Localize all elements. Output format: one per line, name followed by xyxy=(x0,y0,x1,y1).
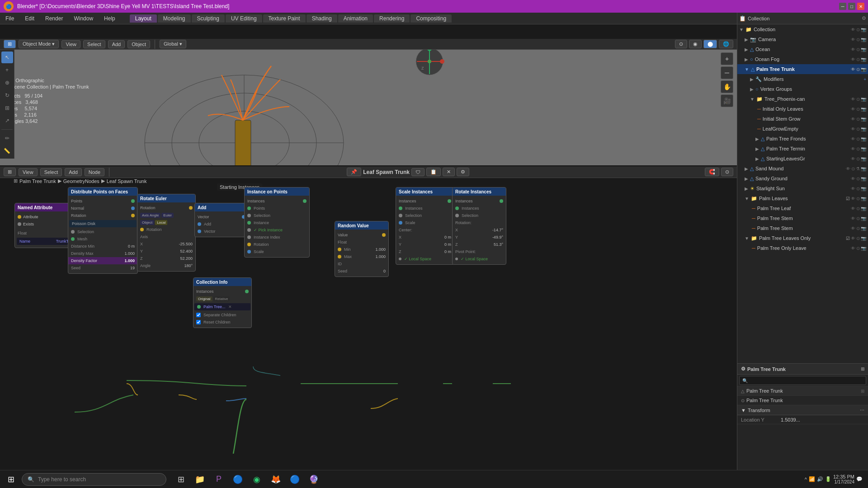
node-rotate-euler[interactable]: Rotate Euler Rotation Axis Angle Euler O… xyxy=(137,194,196,272)
outliner-item-starting-leaves[interactable]: ▶ △ StartingLeavesGr 👁 ⊙ 📷 xyxy=(737,154,868,164)
taskbar-icon-premiere[interactable]: P xyxy=(210,472,228,487)
node-ci-separate-checkbox[interactable] xyxy=(196,313,201,317)
properties-collapse-icon[interactable]: ⊞ xyxy=(861,366,864,371)
menu-edit[interactable]: Edit xyxy=(19,13,40,24)
outliner-item-palm-tree-stem-1[interactable]: ─ Palm Tree Stem 👁 ⊙ 📷 xyxy=(737,213,868,223)
tool-select[interactable]: ↖ xyxy=(1,52,13,63)
menu-file[interactable]: File xyxy=(0,13,19,24)
outliner-item-initial-stem-grow[interactable]: ─ Initial Stem Grow 👁 ⊙ 📷 xyxy=(737,114,868,124)
properties-search-input[interactable] xyxy=(750,378,863,383)
tray-clock[interactable]: 12:35 PM 1/17/2024 xyxy=(833,474,854,484)
node-close-btn[interactable]: ✕ xyxy=(443,168,455,176)
tab-sculpting[interactable]: Sculpting xyxy=(192,14,225,23)
menu-help[interactable]: Help xyxy=(99,13,121,24)
outliner-item-camera[interactable]: ▶ 📷 Camera 👁 ⊙ 📷 xyxy=(737,34,868,44)
node-tree-pin[interactable]: 📌 xyxy=(347,168,361,176)
tab-rendering[interactable]: Rendering xyxy=(374,14,410,23)
taskbar-icon-folder[interactable]: 📁 xyxy=(191,472,209,487)
outliner-item-vertex-groups[interactable]: ▶ ○ Vertex Groups xyxy=(737,84,868,94)
tab-shading[interactable]: Shading xyxy=(307,14,337,23)
global-dropdown[interactable]: Global ▾ xyxy=(160,40,186,48)
viewport-shading-solid[interactable]: ◉ xyxy=(689,40,702,48)
tool-measure[interactable]: 📏 xyxy=(1,145,13,157)
taskbar-icon-app8[interactable]: 🔮 xyxy=(305,472,323,487)
node-ci-collection[interactable]: Palm Tree... ✕ xyxy=(194,303,250,310)
zoom-out-button[interactable]: ─ xyxy=(721,66,733,79)
taskbar-icon-blender-2[interactable]: 🔵 xyxy=(286,472,304,487)
location-y-value[interactable]: 1.5039... xyxy=(781,417,800,422)
close-button[interactable]: ✕ xyxy=(857,3,864,10)
transform-options[interactable]: ⋯ xyxy=(860,408,864,413)
camera-button[interactable]: 🎥 xyxy=(721,94,733,107)
outliner-item-palm-tree-trunk[interactable]: ▼ △ Palm Tree Trunk 👁 ⊙ 📷 xyxy=(737,64,868,74)
filter-icon[interactable]: ⚙ xyxy=(862,15,866,21)
object-menu[interactable]: Object xyxy=(127,40,150,48)
node-editor-icon[interactable]: ⊞ xyxy=(4,168,16,176)
node-instance-on-points[interactable]: Instance on Points Instances Points Sele… xyxy=(244,187,310,258)
pan-button[interactable]: ✋ xyxy=(721,80,733,93)
node-select-menu[interactable]: Select xyxy=(40,168,62,176)
outliner-item-collection[interactable]: ▼ 📁 Collection 👁 ⊙ 📷 xyxy=(737,24,868,34)
node-rotate-instances[interactable]: Rotate Instances Instances Instances Sel… xyxy=(452,187,506,265)
outliner-item-sandy-ground[interactable]: ▶ △ Sandy Ground 👁 ⊙ 📷 xyxy=(737,174,868,183)
outliner-item-initial-only-leaves[interactable]: ─ Initial Only Leaves 👁 ⊙ 📷 xyxy=(737,104,868,114)
outliner-item-starlight-sun[interactable]: ▶ ☀ Starlight Sun 👁 ⊙ 📷 xyxy=(737,183,868,193)
node-shield-icon[interactable]: 🛡 xyxy=(411,168,425,176)
breadcrumb-item-1[interactable]: Palm Tree Trunk xyxy=(19,178,56,184)
start-button[interactable]: ⊞ xyxy=(2,472,20,487)
node-dp-density-factor[interactable]: Density Factor 1.000 xyxy=(68,257,137,264)
node-collection-info[interactable]: Collection Info Instances Original Relat… xyxy=(193,277,252,328)
tray-notification[interactable]: 💬 xyxy=(856,476,863,482)
tool-rotate[interactable]: ↻ xyxy=(1,89,13,101)
minimize-button[interactable]: ─ xyxy=(839,3,846,10)
node-canvas[interactable]: Starting Instances Named Attribute Attri… xyxy=(0,178,737,454)
node-settings-btn[interactable]: ⚙ xyxy=(457,168,469,176)
outliner-item-tree-phoenix[interactable]: ▼ 📁 Tree_Phoenix-can 👁 ⊙ 📷 xyxy=(737,94,868,104)
tool-annotate[interactable]: ✏ xyxy=(1,132,13,144)
node-node-menu[interactable]: Node xyxy=(85,168,104,176)
tab-texture-paint[interactable]: Texture Paint xyxy=(263,14,306,23)
viewport-shading-wire[interactable]: ⊙ xyxy=(675,40,687,48)
tab-modeling[interactable]: Modeling xyxy=(158,14,191,23)
tool-scale[interactable]: ⊞ xyxy=(1,102,13,114)
outliner-item-sand-mound[interactable]: ▶ △ Sand Mound 👁 ⊙ ⚗ 📷 xyxy=(737,164,868,174)
outliner-item-palm-tree-leaf[interactable]: ─ Palm Tree Leaf 👁 ⊙ 📷 xyxy=(737,203,868,213)
zoom-in-button[interactable]: + xyxy=(721,52,733,65)
outliner-item-palm-tree-stem-2[interactable]: ─ Palm Tree Stem 👁 ⊙ 📷 xyxy=(737,223,868,233)
view-menu[interactable]: View xyxy=(61,40,80,48)
viewport-shading-material[interactable]: ⬤ xyxy=(703,40,717,48)
outliner-item-palm-only-leave[interactable]: ─ Palm Tree Only Leave 👁 ⊙ 📷 xyxy=(737,243,868,253)
add-menu[interactable]: Add xyxy=(108,40,125,48)
taskbar-icon-unknown[interactable]: ◉ xyxy=(248,472,266,487)
select-menu[interactable]: Select xyxy=(83,40,105,48)
viewport-shading-render[interactable]: 🌐 xyxy=(719,40,733,48)
transform-section-header[interactable]: ▼ Transform ⋯ xyxy=(737,405,868,415)
outliner-item-modifiers[interactable]: ▶ 🔧 Modifiers + xyxy=(737,74,868,84)
taskbar-icon-explorer-apps[interactable]: ⊞ xyxy=(172,472,190,487)
node-random-value[interactable]: Random Value Value Float Min 1.000 Max 1… xyxy=(335,221,389,277)
maximize-button[interactable]: □ xyxy=(848,3,855,10)
tool-move[interactable]: ⊕ xyxy=(1,77,13,89)
node-add[interactable]: Add Vector Add Vector xyxy=(194,203,249,237)
node-overlay-btn[interactable]: ⊙ xyxy=(721,168,733,176)
taskbar-icon-blender-1[interactable]: 🔵 xyxy=(229,472,247,487)
menu-render[interactable]: Render xyxy=(40,13,68,24)
node-add-menu[interactable]: Add xyxy=(65,168,82,176)
outliner-item-leaf-grow-empty[interactable]: ─ LeafGrowEmpty 👁 ⊙ 📷 xyxy=(737,124,868,134)
tab-uv-editing[interactable]: UV Editing xyxy=(226,14,262,23)
node-copy-icon[interactable]: 📋 xyxy=(426,168,441,176)
node-snap-btn[interactable]: 🧲 xyxy=(705,168,719,176)
node-ci-reset-checkbox[interactable] xyxy=(196,320,201,324)
taskbar-icon-firefox[interactable]: 🦊 xyxy=(267,472,285,487)
outliner-item-palm-leaves-only[interactable]: ▼ 📁 Palm Tree Leaves Only ☑ 👁 ⊙ 📷 xyxy=(737,233,868,243)
outliner-item-ocean-fog[interactable]: ▶ ○ Ocean Fog 👁 ⊙ 📷 xyxy=(737,54,868,64)
menu-window[interactable]: Window xyxy=(68,13,99,24)
outliner-item-palm-tree-fronds[interactable]: ▶ △ Palm Tree Fronds 👁 ⊙ 📷 xyxy=(737,134,868,144)
tray-chevron[interactable]: ^ xyxy=(805,477,807,482)
tab-animation[interactable]: Animation xyxy=(338,14,373,23)
outliner-item-palm-tree-termin[interactable]: ▶ △ Palm Tree Termin 👁 ⊙ 📷 xyxy=(737,144,868,154)
object-mode-dropdown[interactable]: Object Mode ▾ xyxy=(19,40,59,48)
node-name-input[interactable]: Name TrunkTop xyxy=(17,238,75,245)
outliner-item-ocean[interactable]: ▶ △ Ocean 👁 ⊙ 📷 xyxy=(737,44,868,54)
breadcrumb-item-2[interactable]: GeometryNodes xyxy=(63,178,99,184)
